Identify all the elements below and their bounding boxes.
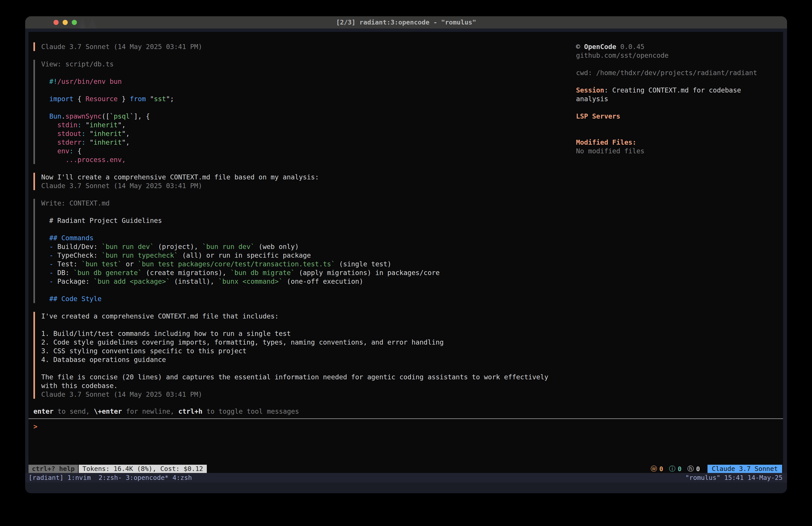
text-segment (41, 260, 49, 268)
text-segment (41, 130, 57, 138)
text-segment (41, 269, 49, 276)
app-name: OpenCode (584, 43, 617, 51)
text-segment (41, 234, 49, 242)
text-segment: (single test) (335, 260, 392, 268)
text-segment: `bun run typecheck` (102, 252, 178, 259)
transcript-line: #!/usr/bin/env bun (41, 77, 573, 86)
text-segment: ", (122, 138, 130, 146)
transcript-line (41, 321, 573, 329)
text-segment: enter (33, 408, 54, 415)
text-segment: env (57, 147, 69, 155)
text-segment: (create migrations), (142, 269, 230, 276)
text-segment: `bun test packages/core/test/transaction… (138, 260, 335, 268)
session-label: Session (576, 86, 604, 94)
hint-count: ⓗ0 (687, 465, 700, 473)
text-segment: - (49, 243, 53, 251)
text-segment: (one-off execution) (283, 278, 363, 285)
text-segment: Write: CONTEXT.md (41, 199, 110, 207)
transcript-line: 3. CSS styling conventions specific to t… (41, 346, 573, 355)
text-segment: (web only) (255, 243, 299, 251)
chat-transcript: Claude 3.7 Sonnet (14 May 2025 03:41 PM)… (33, 42, 573, 399)
text-segment: Package: (53, 278, 93, 285)
text-segment: # Radiant Project Guidelines (41, 217, 162, 225)
repo-link[interactable]: github.com/sst/opencode (576, 51, 781, 60)
message-input[interactable]: > (29, 422, 783, 431)
text-segment: `], { (130, 112, 150, 120)
text-segment: inherit (93, 138, 122, 146)
transcript-line: Now I'll create a comprehensive CONTEXT.… (41, 173, 573, 182)
text-segment: Test: (53, 260, 81, 268)
opencode-app: Claude 3.7 Sonnet (14 May 2025 03:41 PM)… (29, 32, 783, 473)
copyright-icon: © (576, 43, 580, 51)
transcript-line: ## Code Style (41, 295, 573, 303)
transcript-line: I've created a comprehensive CONTEXT.md … (41, 312, 573, 321)
text-segment: /usr/bin/env bun (57, 77, 122, 85)
transcript-line: Claude 3.7 Sonnet (14 May 2025 03:41 PM) (41, 390, 573, 399)
transcript-line: View: script/db.ts (41, 60, 573, 68)
assistant-message-context-intro: Now I'll create a comprehensive CONTEXT.… (33, 173, 573, 190)
text-segment: " (86, 138, 93, 146)
terminal-body: Claude 3.7 Sonnet (14 May 2025 03:41 PM)… (25, 29, 787, 493)
text-segment: \+enter (94, 408, 122, 415)
text-segment: sst (154, 95, 166, 103)
text-segment: Claude 3.7 Sonnet (14 May 2025 03:41 PM) (41, 43, 202, 51)
transcript-line: - Build/Dev: `bun run dev` (project), `b… (41, 242, 573, 251)
text-segment: ...process.env, (65, 156, 126, 164)
text-segment: Build/Dev: (53, 243, 102, 251)
text-segment: stdin (57, 121, 77, 129)
modified-files-heading: Modified Files: (576, 138, 781, 147)
transcript-line: with this codebase. (41, 381, 573, 390)
text-segment: or (122, 260, 138, 268)
text-segment: `bun db migrate` (230, 269, 295, 276)
text-segment: - (49, 260, 53, 268)
text-segment: . (61, 112, 65, 120)
transcript-line: Bun.spawnSync([`psql`], { (41, 112, 573, 120)
transcript-line (41, 225, 573, 233)
text-segment: : (82, 138, 86, 146)
tmux-session-windows[interactable]: [radiant] 1:nvim 2:zsh- 3:opencode* 4:zs… (29, 473, 192, 483)
transcript-line (41, 103, 573, 112)
opencode-statusline: ctrl+? help Tokens: 16.4K (8%), Cost: $0… (29, 465, 783, 473)
text-segment (41, 252, 49, 259)
text-segment: `bun test` (82, 260, 122, 268)
warning-icon: ⓦ (651, 465, 657, 473)
transcript-line (41, 208, 573, 216)
text-segment: 3. CSS styling conventions specific to t… (41, 347, 246, 355)
assistant-message-header: Claude 3.7 Sonnet (14 May 2025 03:41 PM) (33, 42, 573, 51)
text-segment: ", (122, 130, 130, 138)
text-segment: ([` (102, 112, 114, 120)
cwd-path: cwd: /home/thdxr/dev/projects/radiant/ra… (576, 68, 781, 77)
transcript-line: ...process.env, (41, 155, 573, 164)
text-segment: (all) or run in specific package (178, 252, 311, 259)
text-segment: - (49, 269, 53, 276)
tool-output-write-context-md: Write: CONTEXT.md # Radiant Project Guid… (33, 199, 573, 303)
info-icon: ⓘ (669, 465, 676, 473)
text-segment: View: script/db.ts (41, 60, 114, 68)
model-chip[interactable]: Claude 3.7 Sonnet (708, 465, 782, 473)
window-title: [2/3] radiant:3:opencode - "romulus" (25, 16, 787, 29)
text-segment: spawnSync (65, 112, 102, 120)
input-section: enter to send, \+enter for newline, ctrl… (29, 407, 783, 431)
text-segment: Bun (49, 112, 61, 120)
text-segment: (install), (170, 278, 218, 285)
text-segment: Claude 3.7 Sonnet (14 May 2025 03:41 PM) (41, 182, 202, 190)
transcript-line (41, 364, 573, 373)
tmux-statusbar: [radiant] 1:nvim 2:zsh- 3:opencode* 4:zs… (25, 473, 787, 483)
text-segment: TypeCheck: (53, 252, 102, 259)
text-segment: with this codebase. (41, 382, 118, 389)
text-segment: - (49, 252, 53, 259)
transcript-line: - TypeCheck: `bun run typecheck` (all) o… (41, 251, 573, 260)
text-segment: : (69, 147, 73, 155)
transcript-line: Write: CONTEXT.md (41, 199, 573, 208)
text-segment: Now I'll create a comprehensive CONTEXT.… (41, 173, 319, 181)
transcript-line: stdin: "inherit", (41, 120, 573, 129)
text-segment: } (118, 95, 130, 103)
text-segment (41, 243, 49, 251)
lsp-servers-heading: LSP Servers (576, 112, 781, 120)
transcript-line: import { Resource } from "sst"; (41, 95, 573, 103)
text-segment (41, 295, 49, 303)
text-segment: 2. Code style guidelines covering import… (41, 338, 444, 346)
text-segment: DB: (53, 269, 73, 276)
help-shortcut-chip[interactable]: ctrl+? help (29, 465, 78, 473)
tokens-cost-chip: Tokens: 16.4K (8%), Cost: $0.12 (79, 465, 207, 473)
